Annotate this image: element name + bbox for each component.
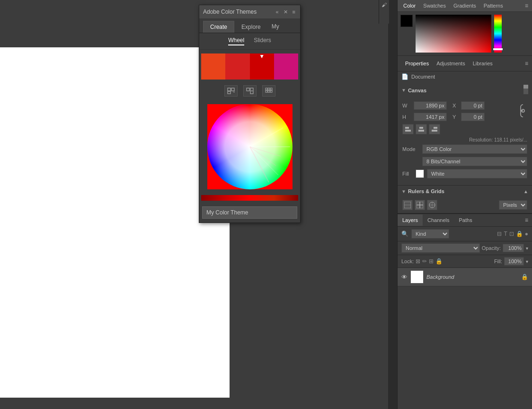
layer-name: Background (426, 274, 454, 280)
swatches-tab[interactable]: Swatches (421, 2, 448, 9)
panel-controls: « ✕ ≡ (275, 9, 296, 15)
subtab-sliders[interactable]: Sliders (254, 37, 271, 45)
patterns-tab[interactable]: Patterns (482, 2, 505, 9)
color-wheel[interactable] (207, 104, 293, 189)
filter-icon-3[interactable]: ⊡ (509, 231, 514, 237)
gradients-tab[interactable]: Gradients (452, 2, 478, 9)
svg-rect-35 (420, 205, 423, 208)
opacity-input[interactable] (503, 244, 524, 252)
fill-inline-label: Fill: (494, 258, 502, 264)
swatch-0[interactable] (201, 53, 225, 80)
tool-grid[interactable] (262, 85, 275, 97)
color-toolbar-menu-icon[interactable]: ≡ (525, 2, 528, 9)
align-center-btn[interactable] (416, 124, 427, 134)
fill-inline-input[interactable] (504, 257, 524, 266)
mode-row: Mode RGB Color (402, 144, 527, 154)
svg-rect-32 (417, 202, 420, 205)
ruler-unit-select[interactable]: Pixels (499, 200, 527, 210)
brush-icon[interactable]: 🖌 (381, 2, 387, 8)
paths-tab[interactable]: Paths (454, 214, 477, 226)
filter-icon-5[interactable]: ● (525, 231, 528, 237)
document-icon: 📄 (401, 73, 408, 80)
swatch-3[interactable] (274, 53, 298, 80)
filter-icon-4[interactable]: 🔒 (516, 231, 523, 237)
layer-row-background[interactable]: 👁 Background 🔒 (398, 268, 532, 286)
rulers-body: Pixels (398, 197, 532, 213)
lock-brush-icon[interactable]: ✏ (422, 258, 427, 265)
color-toolbar: Color Swatches Gradients Patterns ≡ (398, 0, 532, 12)
opacity-arrow[interactable]: ▾ (526, 246, 528, 251)
align-right-btn[interactable] (429, 124, 440, 134)
tool-subtract[interactable] (243, 85, 257, 97)
filter-icon-1[interactable]: ⊟ (497, 231, 502, 237)
align-left-btn[interactable] (402, 124, 414, 134)
rulers-collapse-arrow: ▼ (401, 189, 406, 194)
canvas-section-title: Canvas (408, 88, 426, 93)
canvas-section-header[interactable]: ▼ Canvas (398, 82, 532, 98)
canvas-y-input[interactable] (461, 113, 485, 121)
link-icon[interactable] (519, 101, 527, 120)
blend-mode-row: Normal Opacity: ▾ (398, 241, 532, 255)
mode-select[interactable]: RGB Color (422, 144, 527, 154)
svg-rect-24 (405, 127, 409, 129)
svg-rect-29 (432, 130, 437, 132)
lock-row: Lock: ⊠ ✏ ⊞ 🔒 Fill: ▾ (398, 255, 532, 268)
foreground-color-swatch[interactable] (400, 15, 413, 27)
subtab-wheel[interactable]: Wheel (228, 37, 244, 45)
libraries-tab[interactable]: Libraries (469, 59, 497, 68)
color-picker-area (398, 12, 532, 56)
tab-explore[interactable]: Explore (234, 21, 268, 33)
canvas-wh: W X H Y (402, 101, 515, 124)
mode-label: Mode (402, 146, 420, 152)
svg-rect-34 (417, 205, 420, 208)
foreground-background-swatches (400, 15, 413, 53)
panel-collapse-button[interactable]: « (275, 9, 279, 15)
ruler-icon-2[interactable] (415, 200, 425, 210)
lock-all-icon[interactable]: 🔒 (435, 258, 443, 265)
layers-tab[interactable]: Layers (398, 214, 423, 226)
kind-select[interactable]: Kind (411, 229, 449, 239)
properties-menu-icon[interactable]: ≡ (525, 60, 528, 67)
color-theme-input[interactable] (202, 206, 297, 219)
fill-select[interactable]: White (427, 169, 527, 178)
swatch-2[interactable] (250, 53, 274, 80)
panel-titlebar: Adobe Color Themes « ✕ ≡ (199, 5, 300, 18)
blend-mode-select[interactable]: Normal (401, 243, 480, 253)
ruler-icon-1[interactable] (402, 200, 413, 210)
adjustments-tab[interactable]: Adjustments (433, 59, 469, 68)
layers-panel-header: Layers Channels Paths ≡ (398, 214, 532, 227)
white-canvas (0, 47, 230, 398)
filter-icon-2[interactable]: T (504, 231, 507, 237)
color-themes-panel: Adobe Color Themes « ✕ ≡ Create Explore … (199, 5, 301, 223)
tab-my[interactable]: My (268, 21, 283, 33)
document-label: Document (411, 74, 435, 80)
lock-position-icon[interactable]: ⊞ (429, 258, 434, 265)
fill-color-swatch[interactable] (416, 169, 424, 178)
svg-rect-9 (270, 88, 272, 90)
svg-rect-10 (266, 90, 267, 92)
svg-rect-25 (405, 130, 411, 132)
color-gradient-box[interactable] (416, 15, 491, 53)
color-tab[interactable]: Color (401, 2, 417, 9)
lock-transparent-icon[interactable]: ⊠ (416, 258, 420, 265)
panel-menu-button[interactable]: ≡ (292, 9, 296, 15)
tools-row: + (199, 83, 300, 100)
ruler-icon-3[interactable] (427, 200, 437, 210)
layers-menu-icon[interactable]: ≡ (521, 214, 532, 226)
tab-create[interactable]: Create (203, 21, 234, 33)
swatch-1[interactable] (225, 53, 249, 80)
canvas-x-input[interactable] (461, 101, 485, 110)
rulers-section-header[interactable]: ▼ Rulers & Grids ▲ (398, 186, 532, 197)
channels-tab[interactable]: Channels (423, 214, 454, 226)
properties-tab[interactable]: Properties (401, 59, 433, 68)
layer-visibility-icon[interactable]: 👁 (401, 274, 408, 281)
tool-add-to-swatch[interactable]: + (224, 85, 238, 97)
canvas-width-input[interactable] (414, 101, 447, 110)
fill-arrow[interactable]: ▾ (526, 259, 528, 264)
hue-slider[interactable] (494, 15, 502, 53)
bits-select[interactable]: 8 Bits/Channel (422, 157, 527, 166)
canvas-height-input[interactable] (414, 113, 447, 121)
document-item[interactable]: 📄 Document (398, 71, 532, 82)
panel-close-button[interactable]: ✕ (283, 9, 289, 15)
color-bottom-bar (201, 195, 298, 201)
